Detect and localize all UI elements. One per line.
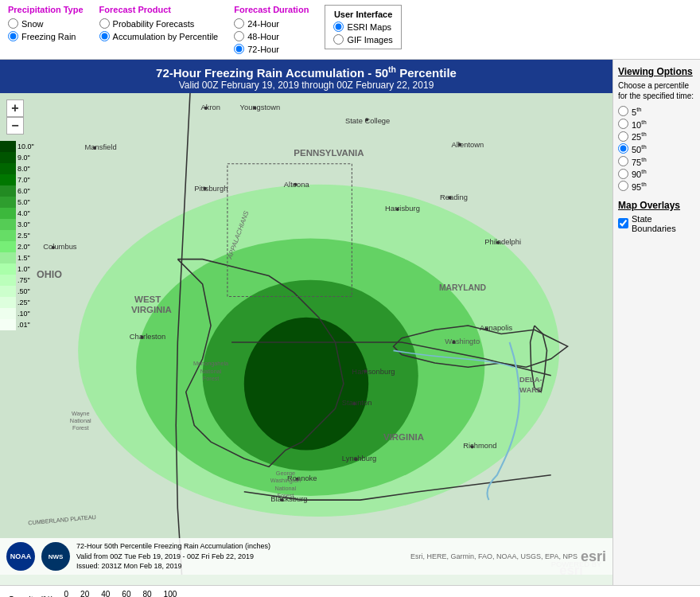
- esri-maps-option[interactable]: ESRI Maps: [333, 21, 392, 32]
- legend-item: 1.0": [0, 263, 33, 275]
- percentile-10th-label: 10th: [632, 119, 647, 130]
- 72hr-label: 72-Hour: [247, 45, 279, 54]
- percentile-90th[interactable]: 90th: [618, 168, 695, 179]
- state-boundaries-overlay[interactable]: State Boundaries: [618, 214, 695, 233]
- svg-text:PENNSYLVANIA: PENNSYLVANIA: [294, 148, 364, 158]
- svg-text:Mansfield: Mansfield: [84, 143, 116, 151]
- 48hr-label: 48-Hour: [247, 32, 279, 41]
- percentile-25th-label: 25th: [632, 131, 647, 142]
- svg-point-39: [204, 187, 207, 190]
- legend-item: .01": [0, 319, 33, 330]
- map-body[interactable]: + − 10.0" 9.0" 8.0" 7.0: [0, 93, 612, 575]
- legend-item: 9.0": [0, 152, 33, 163]
- svg-point-38: [93, 146, 96, 150]
- noaa-logo: NOAA: [6, 542, 35, 571]
- percentile-5th[interactable]: 5th: [618, 106, 695, 117]
- svg-text:George: George: [276, 470, 295, 477]
- svg-point-52: [355, 458, 358, 461]
- user-interface-title: User Interface: [333, 10, 392, 19]
- percentile-90th-radio[interactable]: [618, 169, 628, 179]
- percentile-95th[interactable]: 95th: [618, 181, 695, 192]
- legend-item: .10": [0, 308, 33, 319]
- svg-text:Youngstown: Youngstown: [240, 103, 281, 111]
- svg-point-5: [244, 318, 368, 451]
- accum-percentile-radio[interactable]: [99, 31, 110, 41]
- svg-point-55: [471, 445, 474, 448]
- svg-text:WEST: WEST: [134, 295, 161, 304]
- prob-forecasts-option[interactable]: Probability Forecasts: [99, 18, 219, 29]
- esri-maps-label: ESRI Maps: [347, 22, 391, 32]
- user-interface-box: User Interface ESRI Maps GIF Images: [325, 5, 401, 49]
- forecast-product-title: Forecast Product: [99, 5, 219, 14]
- legend-item: 7.0": [0, 174, 33, 185]
- 24hr-radio[interactable]: [234, 18, 244, 29]
- legend: 10.0" 9.0" 8.0" 7.0" 6.0": [0, 141, 33, 330]
- 48hr-radio[interactable]: [234, 31, 244, 41]
- percentile-25th-radio[interactable]: [618, 131, 628, 142]
- freezing-rain-radio[interactable]: [8, 31, 18, 41]
- gif-images-label: GIF Images: [347, 35, 392, 45]
- percentile-5th-label: 5th: [632, 106, 642, 117]
- svg-text:Staunton: Staunton: [342, 399, 372, 407]
- svg-text:Harrisonburg: Harrisonburg: [352, 368, 395, 376]
- svg-text:Washingto: Washingto: [445, 338, 480, 345]
- map-overlays-section: Map Overlays State Boundaries: [618, 200, 695, 233]
- svg-text:DELA-: DELA-: [519, 376, 542, 384]
- svg-text:OHIO: OHIO: [37, 269, 62, 280]
- gif-images-radio[interactable]: [333, 34, 344, 45]
- legend-item: 6.0": [0, 185, 33, 197]
- gif-images-option[interactable]: GIF Images: [333, 34, 392, 45]
- percentile-75th-label: 75th: [632, 156, 647, 167]
- svg-point-47: [140, 336, 143, 339]
- prob-forecasts-label: Probability Forecasts: [113, 19, 195, 29]
- snow-radio[interactable]: [8, 18, 18, 29]
- map-subtitle: Valid 00Z February 19, 2019 through 00Z …: [3, 80, 609, 91]
- legend-item: 2.0": [0, 241, 33, 252]
- map-container[interactable]: 72-Hour Freezing Rain Accumulation - 50t…: [0, 60, 612, 585]
- freezing-rain-option[interactable]: Freezing Rain: [8, 31, 84, 41]
- svg-point-45: [448, 196, 451, 199]
- svg-text:National: National: [70, 417, 91, 424]
- percentile-25th[interactable]: 25th: [618, 131, 695, 142]
- map-footer-text: 72-Hour 50th Percentile Freezing Rain Ac…: [76, 541, 270, 572]
- percentile-95th-radio[interactable]: [618, 181, 628, 191]
- viewing-options-title: Viewing Options: [618, 66, 695, 77]
- percentile-75th-radio[interactable]: [618, 156, 628, 166]
- 72hr-option[interactable]: 72-Hour: [234, 44, 309, 54]
- snow-label: Snow: [21, 19, 44, 29]
- prob-forecasts-radio[interactable]: [99, 18, 110, 29]
- legend-item: 2.5": [0, 230, 33, 241]
- svg-text:Charleston: Charleston: [130, 333, 165, 341]
- percentile-10th-radio[interactable]: [618, 119, 628, 129]
- forecast-product-group: Forecast Product Probability Forecasts A…: [99, 5, 219, 41]
- state-boundaries-checkbox[interactable]: [618, 218, 628, 228]
- footer-line3: Issued: 2031Z Mon Feb 18, 2019: [76, 561, 270, 572]
- svg-point-48: [364, 369, 367, 373]
- percentile-50th[interactable]: 50th: [618, 143, 695, 154]
- forecast-duration-group: Forecast Duration 24-Hour 48-Hour 72-Hou…: [234, 5, 309, 54]
- 48hr-option[interactable]: 48-Hour: [234, 31, 309, 41]
- esri-logo: esri: [581, 548, 606, 565]
- precipitation-type-title: Precipitation Type: [8, 5, 84, 14]
- opacity-track: 0 20 40 60 80 100: [64, 590, 177, 597]
- percentile-5th-radio[interactable]: [618, 106, 628, 116]
- percentile-50th-radio[interactable]: [618, 143, 628, 154]
- percentile-10th[interactable]: 10th: [618, 119, 695, 130]
- footer-line2: Valid from 00Z Tue Feb 19, 2019 - 00Z Fr…: [76, 552, 270, 562]
- svg-point-43: [52, 246, 55, 249]
- bottom-bar: Opacity (%): 0 20 40 60 80 100: [0, 585, 700, 597]
- 24hr-option[interactable]: 24-Hour: [234, 18, 309, 29]
- 72hr-radio[interactable]: [234, 44, 244, 54]
- snow-option[interactable]: Snow: [8, 18, 84, 29]
- svg-text:MARYLAND: MARYLAND: [439, 283, 487, 292]
- esri-maps-radio[interactable]: [333, 21, 344, 32]
- percentile-75th[interactable]: 75th: [618, 156, 695, 167]
- zoom-out-button[interactable]: −: [6, 117, 24, 135]
- zoom-in-button[interactable]: +: [6, 100, 24, 117]
- svg-text:VIRGINIA: VIRGINIA: [131, 305, 172, 314]
- map-title-bar: 72-Hour Freezing Rain Accumulation - 50t…: [0, 60, 612, 93]
- svg-point-40: [294, 183, 297, 186]
- zoom-controls: + −: [6, 100, 24, 135]
- accum-percentile-option[interactable]: Accumulation by Percentile: [99, 31, 219, 41]
- svg-text:Wayne: Wayne: [72, 410, 89, 417]
